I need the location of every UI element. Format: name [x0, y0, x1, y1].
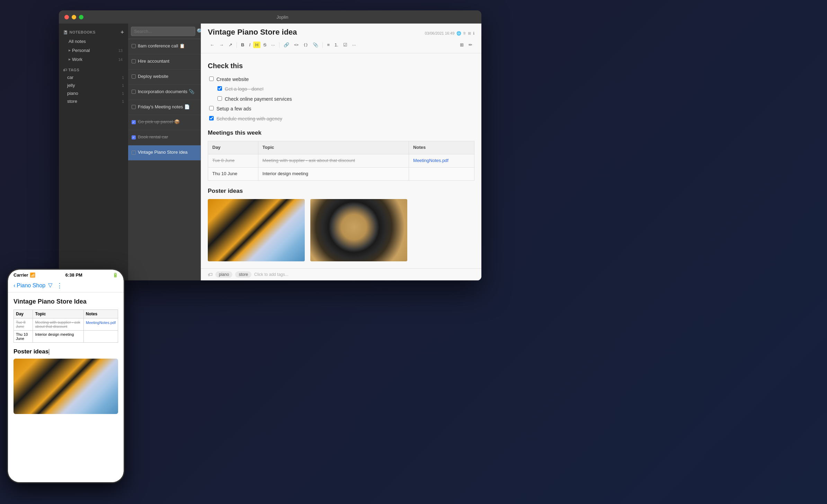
add-notebook-button[interactable]: + — [121, 29, 124, 35]
phone-meeting-notes-1: MeetingNotes.pdf — [83, 318, 118, 331]
meeting-notes-2 — [409, 167, 474, 180]
note-item-hire[interactable]: Hire accountant — [128, 54, 201, 70]
code-inline-button[interactable]: <> — [292, 41, 301, 48]
sidebar-item-tag-piano[interactable]: piano 1 — [59, 89, 128, 97]
checkbox-text-create-website: Create website — [216, 75, 474, 83]
phone-filter-icon[interactable]: ▽ — [48, 282, 52, 289]
tag-badge-store[interactable]: store — [235, 271, 251, 278]
phone-meeting-row-2: Thu 10 June Interior design meeting — [14, 331, 118, 343]
view-mode-button[interactable]: ⊞ — [458, 41, 466, 49]
note-checkbox-checked: ✓ — [132, 135, 136, 140]
maximize-window-button[interactable] — [79, 15, 83, 19]
phone-screen: Carrier 📶 6:38 PM 🔋 ‹ Piano Shop ▽ ⋮ Vin… — [8, 270, 124, 482]
note-item-header: Incorporation documents 📎 — [132, 89, 197, 95]
phone-meeting-topic-2: Interior design meeting — [33, 331, 83, 343]
notebooks-header: 📓 NOTEBOOKS + — [59, 28, 128, 37]
phone-table-header-row: Day Topic Notes — [14, 310, 118, 318]
checkbox-input-create-website[interactable] — [209, 76, 214, 81]
phone-more-icon[interactable]: ⋮ — [56, 282, 63, 289]
app-body: 📓 NOTEBOOKS + All notes ▶ Personal 13 ▶ … — [59, 24, 481, 280]
toolbar-separator-1 — [237, 42, 237, 48]
tag-badge-piano[interactable]: piano — [215, 271, 232, 278]
italic-button[interactable]: I — [247, 41, 252, 49]
carrier-info: Carrier 📶 — [14, 272, 35, 278]
app-title: Joplin — [89, 15, 476, 20]
sidebar-item-work[interactable]: ▶ Work 14 — [60, 55, 127, 64]
sidebar: 📓 NOTEBOOKS + All notes ▶ Personal 13 ▶ … — [59, 24, 128, 280]
phone-col-topic: Topic — [33, 310, 83, 318]
editor-title-row: Vintage Piano Store idea 03/06/2021 16:4… — [208, 28, 474, 37]
note-title: Hire accountant — [138, 58, 169, 64]
notebooks-section: 📓 NOTEBOOKS + All notes ▶ Personal 13 ▶ … — [59, 28, 128, 64]
meeting-notes-link-1[interactable]: MeetingNotes.pdf — [413, 158, 448, 163]
code-block-button[interactable]: {} — [301, 41, 310, 48]
editor-header: Vintage Piano Store idea 03/06/2021 16:4… — [201, 24, 481, 53]
phone-meeting-day-1: Tue 8 June — [14, 318, 33, 331]
strikethrough-topic-1: Meeting with supplier - ask about that d… — [263, 158, 355, 163]
bold-button[interactable]: B — [239, 41, 246, 49]
forward-button[interactable]: → — [217, 41, 226, 49]
note-item-rental[interactable]: ✓ Book rental car — [128, 130, 201, 145]
checkbox-text-ads: Setup a few ads — [216, 105, 474, 112]
meeting-row-2: Thu 10 June Interior design meeting — [208, 167, 474, 180]
check-list-button[interactable]: ☑ — [341, 41, 349, 49]
note-item-deploy[interactable]: Deploy website — [128, 70, 201, 85]
phone-notes-link[interactable]: MeetingNotes.pdf — [86, 321, 116, 325]
sidebar-item-tag-car[interactable]: car 1 — [59, 73, 128, 81]
sidebar-item-personal[interactable]: ▶ Personal 13 — [60, 46, 127, 55]
chevron-left-icon: ‹ — [14, 282, 15, 289]
note-item-header: ✓ Go pick up parcel 📦 — [132, 119, 197, 125]
close-window-button[interactable] — [64, 15, 69, 19]
col-header-notes: Notes — [409, 141, 474, 154]
checkbox-input-payment[interactable] — [217, 96, 222, 101]
tag-car-label: car — [67, 75, 73, 80]
bullet-list-button[interactable]: ≡ — [325, 41, 332, 49]
editor-date: 03/06/2021 16:49 — [425, 31, 455, 35]
checkbox-text-payment: Check online payment services — [225, 95, 474, 103]
note-checkbox — [132, 105, 136, 109]
phone-back-button[interactable]: ‹ Piano Shop — [14, 282, 45, 289]
edit-mode-button[interactable]: ✏ — [466, 41, 474, 49]
more-format-button[interactable]: ··· — [269, 41, 277, 49]
note-item-incorporation[interactable]: Incorporation documents 📎 — [128, 85, 201, 100]
note-item-friday[interactable]: Friday's Meeting notes 📄 — [128, 100, 201, 115]
search-input[interactable] — [131, 27, 195, 36]
meeting-day-1: Tue 8 June — [208, 154, 258, 167]
phone-piano-image — [14, 359, 118, 414]
checkbox-input-schedule[interactable] — [209, 116, 214, 120]
note-item-parcel[interactable]: ✓ Go pick up parcel 📦 — [128, 115, 201, 130]
share-button[interactable]: ↗ — [226, 41, 234, 49]
checkbox-input-get-logo[interactable] — [217, 86, 222, 91]
minimize-window-button[interactable] — [72, 15, 76, 19]
more-button[interactable]: ··· — [350, 41, 358, 49]
ordered-list-button[interactable]: 1. — [332, 41, 340, 49]
sidebar-item-all-notes[interactable]: All notes — [60, 37, 127, 46]
battery-icon: 🔋 — [113, 272, 118, 278]
checkbox-schedule: Schedule meeting with agency — [208, 115, 474, 123]
toolbar-separator-3 — [322, 42, 323, 48]
tag-piano-label: piano — [67, 91, 78, 96]
note-item-vintage[interactable]: Vintage Piano Store idea — [128, 145, 201, 161]
editor-content[interactable]: Check this Create website Get a logo - d… — [201, 53, 481, 268]
checkbox-input-ads[interactable] — [209, 106, 214, 110]
phone-nav-bar: ‹ Piano Shop ▽ ⋮ — [8, 279, 124, 292]
note-item-header: 8am conference call 📋 — [132, 43, 197, 49]
meeting-notes-1: MeetingNotes.pdf — [409, 154, 474, 167]
personal-count: 13 — [118, 48, 123, 53]
phone-meeting-day-2: Thu 10 June — [14, 331, 33, 343]
phone-status-bar: Carrier 📶 6:38 PM 🔋 — [8, 270, 124, 279]
attachment-button[interactable]: 📎 — [311, 41, 320, 49]
note-item-8am[interactable]: 8am conference call 📋 — [128, 39, 201, 54]
add-tags-button[interactable]: Click to add tags... — [254, 272, 288, 277]
strikethrough-button[interactable]: S — [261, 41, 268, 49]
highlight-button[interactable]: H — [253, 42, 260, 48]
note-title: Deploy website — [138, 74, 168, 80]
sidebar-item-tag-jelly[interactable]: jelly 1 — [59, 81, 128, 89]
poster-heading: Poster ideas — [208, 186, 474, 196]
back-button[interactable]: ← — [208, 41, 216, 49]
sidebar-item-tag-store[interactable]: store 1 — [59, 97, 128, 105]
meetings-table: Day Topic Notes Tue 8 June Meeting with … — [208, 141, 474, 180]
note-item-header: Hire accountant — [132, 58, 197, 64]
globe-icon: 🌐 — [456, 31, 461, 36]
link-button[interactable]: 🔗 — [282, 41, 291, 49]
